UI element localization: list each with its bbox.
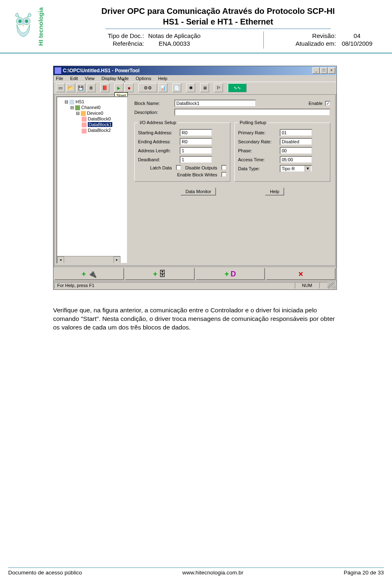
close-button[interactable]: × xyxy=(328,67,335,74)
deadband-label: Deadband: xyxy=(138,157,177,162)
tb-chart-icon[interactable]: 📊 xyxy=(158,83,167,92)
tb-stop-icon[interactable] xyxy=(125,83,134,92)
ref-value: ENA.00033 xyxy=(147,40,202,47)
tb-open-icon[interactable]: 📂 xyxy=(66,83,75,92)
menu-edit[interactable]: Edit xyxy=(70,76,78,81)
plus-icon: + xyxy=(82,270,86,278)
tipo-value: Notas de Aplicação xyxy=(147,32,202,39)
tb-save-icon[interactable]: 💾 xyxy=(76,83,85,92)
scroll-left-icon[interactable]: ◂ xyxy=(57,256,64,263)
description-label: Description: xyxy=(134,110,172,115)
rev-value: 04 xyxy=(339,32,375,39)
tipo-label: Tipo de Doc.: xyxy=(106,32,146,39)
status-num: NUM xyxy=(295,282,319,289)
owl-icon xyxy=(12,12,35,41)
tb-book-icon[interactable]: 📕 xyxy=(100,83,109,92)
header-meta: Tipo de Doc.: Notas de Aplicação Referên… xyxy=(52,31,384,49)
deadband-input[interactable]: 1 xyxy=(180,156,212,163)
secondary-rate-input[interactable]: Disabled xyxy=(280,138,312,145)
menu-file[interactable]: File xyxy=(56,76,63,81)
server-icon xyxy=(69,100,74,105)
channel-icon xyxy=(75,105,80,110)
app-window: C:\OPC\Untitled.HS1 - PowerTool _ □ × Fi… xyxy=(53,66,337,290)
menu-help[interactable]: Help xyxy=(158,76,167,81)
block-name-input[interactable]: DataBlock1 xyxy=(174,100,256,107)
tb-flag-icon[interactable]: 🏳 xyxy=(214,83,223,92)
menu-options[interactable]: Options xyxy=(136,76,151,81)
tb-wave-icon[interactable]: ∿∿ xyxy=(228,83,247,92)
tree-pane[interactable]: ⊟ HS1 ⊟ Channel0 ⊟ Device0 DataBlock0 Da… xyxy=(56,96,128,264)
add-device-button[interactable]: +🗄 xyxy=(125,268,195,280)
disable-outputs-label: Disable Outputs xyxy=(185,165,217,170)
polling-group: Polling Setup Primary Rate:01 Secondary … xyxy=(234,120,330,182)
phase-input[interactable]: 00 xyxy=(280,147,312,154)
datablock-icon xyxy=(82,117,87,122)
tb-new-icon[interactable]: ▭ xyxy=(56,83,65,92)
tree-scrollbar-h[interactable]: ◂ ▸ xyxy=(57,256,120,263)
access-time-input[interactable]: 05:00 xyxy=(280,156,312,163)
tree-db1[interactable]: DataBlock1 xyxy=(88,122,112,127)
data-monitor-button[interactable]: Data Monitor xyxy=(180,187,216,196)
enable-block-writes-label: Enable Block Writes xyxy=(177,172,217,177)
latch-data-checkbox[interactable] xyxy=(176,165,181,170)
tb-doc-icon[interactable]: 📄 xyxy=(172,83,181,92)
io-address-group: I/O Address Setup Starting Address:R0 En… xyxy=(134,120,230,182)
logo: HI tecnologia xyxy=(12,7,44,46)
meta-separator xyxy=(263,31,264,49)
tree-root[interactable]: HS1 xyxy=(76,99,84,104)
menu-view[interactable]: View xyxy=(85,76,95,81)
data-type-select[interactable]: Tipo R xyxy=(280,165,312,172)
tree-channel[interactable]: Channel0 xyxy=(81,105,100,110)
bottom-toolbar: +🔌 +🗄 +D × xyxy=(53,267,336,281)
tree-device[interactable]: Device0 xyxy=(87,111,103,116)
secondary-rate-label: Secondary Rate: xyxy=(238,139,277,144)
data-type-label: Data Type: xyxy=(238,166,277,171)
help-button[interactable]: Help xyxy=(265,187,284,196)
enable-block-writes-checkbox[interactable] xyxy=(221,172,227,177)
footer-center: www.hitecnologia.com.br xyxy=(183,570,243,576)
add-channel-button[interactable]: +🔌 xyxy=(54,268,124,280)
plus-icon: + xyxy=(153,270,158,278)
description-input[interactable] xyxy=(174,109,330,116)
upd-value: 08/10/2009 xyxy=(339,40,375,47)
tb-start-icon[interactable] xyxy=(114,83,123,92)
device-icon xyxy=(81,111,86,116)
tree-db2[interactable]: DataBlock2 xyxy=(88,128,111,133)
enable-checkbox[interactable] xyxy=(325,101,330,106)
disable-outputs-checkbox[interactable] xyxy=(221,165,227,170)
logo-text: HI tecnologia xyxy=(37,7,44,46)
resize-grip-icon[interactable] xyxy=(327,282,336,289)
rev-label: Revisão: xyxy=(293,32,339,39)
tb-device-icon[interactable]: 🖥 xyxy=(200,83,209,92)
addr-len-input[interactable]: 1 xyxy=(180,147,212,154)
maximize-button[interactable]: □ xyxy=(320,67,327,74)
start-addr-input[interactable]: R0 xyxy=(180,129,212,136)
window-body: ⊟ HS1 ⊟ Channel0 ⊟ Device0 DataBlock0 Da… xyxy=(54,94,336,266)
delete-button[interactable]: × xyxy=(266,268,336,280)
doc-title-line2: HS1 - Serial e HT1 - Ethernet xyxy=(52,16,384,27)
tree: ⊟ HS1 ⊟ Channel0 ⊟ Device0 DataBlock0 Da… xyxy=(59,99,125,134)
tb-saveas-icon[interactable]: 🗎 xyxy=(87,83,96,92)
datablock-icon xyxy=(82,122,87,127)
svg-marker-4 xyxy=(22,24,24,27)
window-title: C:\OPC\Untitled.HS1 - PowerTool xyxy=(63,68,312,73)
plus-icon: + xyxy=(225,270,229,278)
toolbar: ▭ 📂 💾 🗎 📕 ↖ Start ⚙⚙ 📊 📄 ✱ 🖥 🏳 xyxy=(53,82,336,93)
header-rule-bottom xyxy=(0,53,392,53)
menu-bar[interactable]: File Edit View Display Mode Options Help xyxy=(53,75,336,82)
ref-label: Referência: xyxy=(106,40,146,47)
tb-target-icon[interactable]: ✱ xyxy=(186,83,195,92)
tb-config-icon[interactable]: ⚙⚙ xyxy=(138,83,157,92)
page-header: HI tecnologia Driver OPC para Comunicaçã… xyxy=(0,0,392,50)
svg-point-3 xyxy=(25,20,28,23)
minimize-button[interactable]: _ xyxy=(312,67,320,74)
end-addr-input[interactable]: R0 xyxy=(180,138,212,145)
embedded-screenshot: C:\OPC\Untitled.HS1 - PowerTool _ □ × Fi… xyxy=(53,66,337,290)
scroll-right-icon[interactable]: ▸ xyxy=(114,256,120,263)
add-datablock-button[interactable]: +D xyxy=(196,268,265,280)
tree-db0[interactable]: DataBlock0 xyxy=(88,116,111,121)
primary-rate-input[interactable]: 01 xyxy=(280,129,312,136)
titlebar[interactable]: C:\OPC\Untitled.HS1 - PowerTool _ □ × xyxy=(53,66,336,75)
enable-label: Enable xyxy=(309,101,323,106)
app-icon xyxy=(55,67,61,74)
